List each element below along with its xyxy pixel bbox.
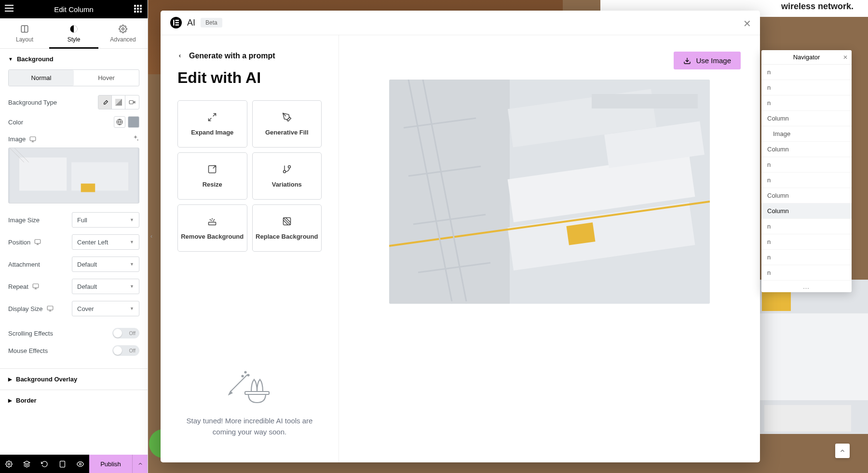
action-remove-background[interactable]: Remove Background bbox=[177, 204, 247, 252]
scroll-to-top-icon[interactable] bbox=[835, 444, 850, 458]
select-image-size[interactable]: Full ▼ bbox=[72, 212, 139, 228]
action-generative-fill[interactable]: Generative Fill bbox=[252, 100, 322, 148]
tab-advanced[interactable]: Advanced bbox=[98, 18, 148, 48]
label-display-size: Display Size bbox=[8, 305, 43, 312]
select-position[interactable]: Center Left ▼ bbox=[72, 234, 139, 250]
close-icon[interactable]: ✕ bbox=[743, 18, 751, 29]
navigator-item[interactable]: n bbox=[761, 234, 852, 250]
select-attachment[interactable]: Default ▼ bbox=[72, 257, 139, 272]
svg-rect-7 bbox=[134, 5, 136, 7]
svg-rect-10 bbox=[134, 8, 136, 10]
responsive-icon[interactable] bbox=[47, 305, 54, 312]
svg-line-50 bbox=[213, 113, 216, 116]
global-color-icon[interactable] bbox=[114, 116, 125, 128]
settings-icon[interactable] bbox=[0, 455, 18, 473]
navigator-item[interactable]: n bbox=[761, 157, 852, 173]
svg-line-53 bbox=[213, 165, 216, 168]
svg-point-59 bbox=[214, 219, 215, 220]
state-hover[interactable]: Hover bbox=[74, 70, 139, 86]
navigator-item[interactable]: n bbox=[761, 250, 852, 265]
navigator-items: nnnColumnImageColumnnnColumnColumnnnnn bbox=[761, 65, 852, 281]
action-expand-image[interactable]: Expand Image bbox=[177, 100, 247, 148]
svg-point-66 bbox=[242, 376, 243, 377]
svg-line-65 bbox=[285, 217, 290, 222]
svg-rect-29 bbox=[19, 158, 67, 191]
navigator-item[interactable]: n bbox=[761, 95, 852, 111]
svg-rect-47 bbox=[176, 20, 179, 21]
section-border-label: Border bbox=[16, 397, 37, 404]
navigator-item[interactable]: n bbox=[761, 173, 852, 188]
svg-rect-3 bbox=[764, 405, 851, 432]
select-display-size[interactable]: Cover ▼ bbox=[72, 301, 139, 316]
navigator-item[interactable]: n bbox=[761, 219, 852, 234]
navigator-item[interactable]: Column bbox=[761, 203, 852, 219]
action-resize[interactable]: Resize bbox=[177, 152, 247, 200]
close-icon[interactable]: ✕ bbox=[843, 54, 848, 61]
svg-rect-4 bbox=[5, 5, 14, 6]
svg-point-67 bbox=[244, 372, 246, 373]
label-image: Image bbox=[8, 135, 26, 143]
ai-sparkle-icon[interactable] bbox=[132, 135, 139, 144]
navigator-more-icon[interactable]: … bbox=[761, 281, 852, 292]
caret-right-icon: ▶ bbox=[8, 377, 12, 382]
responsive-icon[interactable] bbox=[34, 239, 41, 245]
publish-options-icon[interactable] bbox=[132, 455, 148, 473]
ai-promo-text: Stay tuned! More incredible AI tools are… bbox=[177, 416, 322, 437]
use-image-button[interactable]: Use Image bbox=[674, 52, 741, 69]
editor-left-panel: Edit Column Layout Style Advanced ▼ Back… bbox=[0, 0, 148, 473]
widgets-grid-icon[interactable] bbox=[134, 5, 143, 14]
tab-style-label: Style bbox=[68, 36, 81, 43]
label-repeat: Repeat bbox=[8, 283, 28, 290]
label-mouse-effects: Mouse Effects bbox=[8, 347, 48, 354]
toggle-scrolling-effects[interactable]: Off bbox=[112, 328, 139, 338]
navigator-item[interactable]: n bbox=[761, 65, 852, 80]
navigator-item[interactable]: Column bbox=[761, 111, 852, 126]
toggle-mouse-effects[interactable]: Off bbox=[112, 345, 139, 356]
navigator-item[interactable]: Image bbox=[761, 126, 852, 142]
preview-icon[interactable] bbox=[71, 455, 89, 473]
ai-preview-image[interactable] bbox=[389, 80, 710, 304]
publish-button[interactable]: Publish bbox=[89, 455, 132, 473]
navigator-title: Navigator bbox=[793, 54, 820, 61]
chevron-down-icon: ▼ bbox=[130, 240, 134, 244]
select-position-value: Center Left bbox=[77, 239, 108, 246]
bg-type-classic-icon[interactable] bbox=[98, 95, 112, 109]
chevron-down-icon: ▼ bbox=[130, 217, 134, 222]
responsive-mode-icon[interactable] bbox=[54, 455, 71, 473]
section-background-label: Background bbox=[17, 55, 54, 63]
section-border-header[interactable]: ▶ Border bbox=[0, 390, 148, 411]
background-image-preview[interactable] bbox=[8, 148, 139, 203]
toggle-off-label: Off bbox=[129, 348, 136, 353]
svg-point-68 bbox=[247, 375, 249, 376]
history-icon[interactable] bbox=[36, 455, 54, 473]
navigator-item[interactable]: Column bbox=[761, 142, 852, 157]
navigator-item[interactable]: Column bbox=[761, 188, 852, 203]
tab-style[interactable]: Style bbox=[49, 18, 98, 48]
tab-layout[interactable]: Layout bbox=[0, 18, 49, 48]
back-link-label: Generate with a prompt bbox=[189, 52, 275, 60]
hamburger-icon[interactable] bbox=[5, 5, 14, 12]
action-variations[interactable]: Variations bbox=[252, 152, 322, 200]
responsive-icon[interactable] bbox=[32, 283, 39, 290]
color-swatch[interactable] bbox=[128, 116, 139, 128]
navigator-item[interactable]: n bbox=[761, 265, 852, 281]
bottom-toolbar: Publish bbox=[0, 455, 148, 473]
action-replace-background[interactable]: Replace Background bbox=[252, 204, 322, 252]
state-normal[interactable]: Normal bbox=[9, 70, 74, 86]
svg-rect-6 bbox=[5, 11, 14, 12]
navigator-header[interactable]: Navigator ✕ bbox=[761, 50, 852, 65]
select-repeat[interactable]: Default ▼ bbox=[72, 279, 139, 294]
bg-type-video-icon[interactable] bbox=[125, 95, 139, 109]
svg-rect-49 bbox=[176, 25, 179, 26]
panel-collapse-icon[interactable]: ‹ bbox=[149, 230, 154, 242]
section-background-overlay-header[interactable]: ▶ Background Overlay bbox=[0, 368, 148, 390]
navigator-icon[interactable] bbox=[18, 455, 36, 473]
svg-rect-14 bbox=[137, 11, 139, 13]
responsive-icon[interactable] bbox=[29, 136, 36, 143]
section-background-header[interactable]: ▼ Background bbox=[8, 49, 139, 69]
back-link[interactable]: Generate with a prompt bbox=[177, 52, 322, 60]
svg-marker-42 bbox=[24, 461, 30, 464]
svg-point-60 bbox=[211, 220, 212, 220]
navigator-item[interactable]: n bbox=[761, 80, 852, 95]
bg-type-gradient-icon[interactable] bbox=[112, 95, 125, 109]
